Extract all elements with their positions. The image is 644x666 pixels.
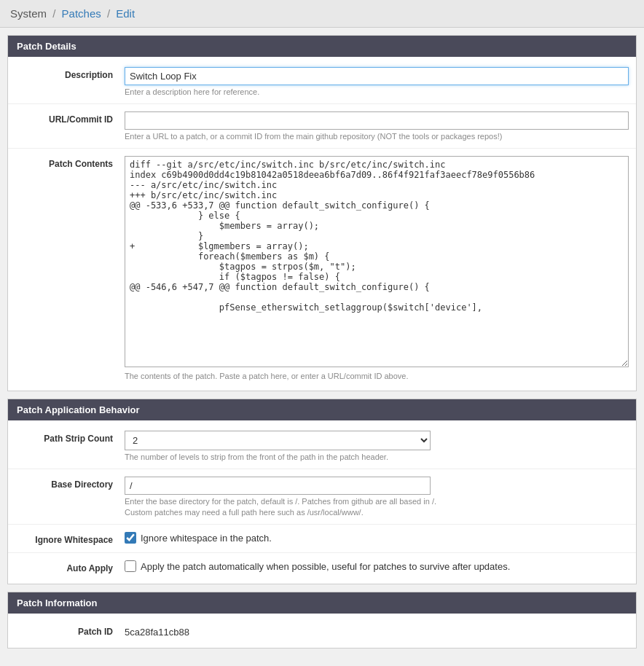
description-hint: Enter a description here for reference. — [125, 87, 629, 96]
patch-id-value: 5ca28fa11cb88 — [125, 624, 629, 638]
description-content: Enter a description here for reference. — [125, 67, 636, 96]
ignore-ws-row: Ignore Whitespace Ignore whitespace in t… — [8, 525, 636, 553]
breadcrumb-system: System — [10, 7, 47, 20]
ignore-ws-content: Ignore whitespace in the patch. — [125, 532, 636, 545]
auto-apply-checkbox-row: Apply the patch automatically when possi… — [125, 560, 629, 572]
base-dir-content: Enter the base directory for the patch, … — [125, 477, 636, 517]
auto-apply-row: Auto Apply Apply the patch automatically… — [8, 553, 636, 581]
patch-contents-hint: The contents of the patch. Paste a patch… — [125, 372, 629, 380]
patch-id-content: 5ca28fa11cb88 — [125, 624, 636, 638]
patch-details-header: Patch Details — [8, 36, 636, 57]
url-content: Enter a URL to a patch, or a commit ID f… — [125, 111, 636, 141]
ignore-ws-label: Ignore Whitespace — [8, 532, 125, 545]
breadcrumb-patches[interactable]: Patches — [62, 7, 101, 20]
patch-contents-label: Patch Contents — [8, 156, 125, 380]
breadcrumb-edit: Edit — [116, 7, 135, 20]
patch-information-header: Patch Information — [8, 592, 636, 614]
ignore-ws-checkbox-row: Ignore whitespace in the patch. — [125, 532, 629, 544]
auto-apply-text: Apply the patch automatically when possi… — [141, 561, 510, 572]
patch-application-header: Patch Application Behavior — [8, 399, 636, 420]
base-dir-hint1: Enter the base directory for the patch, … — [125, 497, 629, 506]
ignore-ws-text: Ignore whitespace in the patch. — [141, 533, 272, 544]
breadcrumb-sep2: / — [107, 7, 110, 20]
patch-information-panel: Patch Information Patch ID 5ca28fa11cb88 — [7, 592, 637, 649]
ignore-ws-checkbox[interactable] — [125, 532, 136, 544]
patch-id-row: Patch ID 5ca28fa11cb88 — [8, 616, 636, 645]
description-input[interactable] — [125, 67, 629, 85]
path-strip-content: 0 1 2 3 4 5 The number of levels to stri… — [125, 431, 636, 461]
patch-details-panel: Patch Details Description Enter a descri… — [7, 35, 637, 391]
url-row: URL/Commit ID Enter a URL to a patch, or… — [8, 104, 636, 149]
base-dir-input[interactable] — [125, 477, 431, 495]
base-dir-hint2: Custom patches may need a full path here… — [125, 508, 629, 517]
patch-contents-row: Patch Contents The contents of the patch… — [8, 149, 636, 388]
auto-apply-content: Apply the patch automatically when possi… — [125, 560, 636, 573]
auto-apply-checkbox[interactable] — [125, 560, 136, 572]
url-input[interactable] — [125, 111, 629, 130]
path-strip-select[interactable]: 0 1 2 3 4 5 — [125, 431, 431, 450]
patch-contents-textarea[interactable] — [125, 156, 629, 367]
patch-id-label: Patch ID — [8, 624, 125, 638]
description-row: Description Enter a description here for… — [8, 60, 636, 104]
auto-apply-label: Auto Apply — [8, 560, 125, 573]
url-hint: Enter a URL to a patch, or a commit ID f… — [125, 132, 629, 141]
description-label: Description — [8, 67, 125, 96]
url-label: URL/Commit ID — [8, 111, 125, 141]
base-dir-label: Base Directory — [8, 477, 125, 517]
path-strip-row: Path Strip Count 0 1 2 3 4 5 The number … — [8, 423, 636, 469]
patch-application-panel: Patch Application Behavior Path Strip Co… — [7, 399, 637, 584]
path-strip-hint: The number of levels to strip from the f… — [125, 453, 629, 461]
breadcrumb-sep1: / — [52, 7, 55, 20]
patch-contents-content: The contents of the patch. Paste a patch… — [125, 156, 636, 380]
base-dir-row: Base Directory Enter the base directory … — [8, 469, 636, 525]
path-strip-label: Path Strip Count — [8, 431, 125, 461]
breadcrumb: System / Patches / Edit — [0, 0, 644, 28]
